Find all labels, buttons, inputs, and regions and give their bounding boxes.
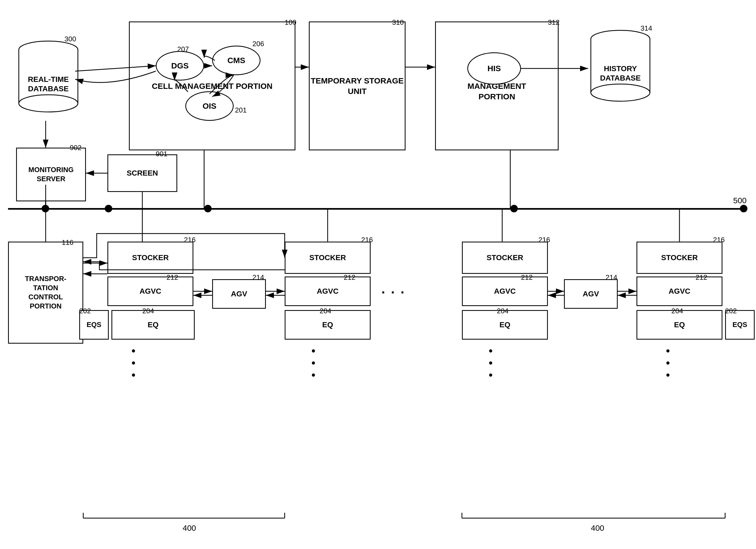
ref-202-1: 202 (79, 307, 91, 315)
ellipsis-mid: · · · (381, 284, 405, 300)
cms-ellipse: CMS (212, 46, 261, 75)
ref-300: 300 (64, 35, 76, 43)
agvc1-box: AGVC (107, 276, 193, 306)
ref-204-4: 204 (671, 307, 683, 315)
svg-point-11 (591, 84, 650, 101)
ref-206: 206 (252, 40, 264, 48)
ref-202-4: 202 (725, 307, 737, 315)
ref-201: 201 (235, 106, 247, 114)
ref-216-4: 216 (713, 236, 725, 244)
svg-text:DATABASE: DATABASE (28, 85, 68, 93)
realtime-db: REAL-TIME DATABASE 300 (16, 40, 81, 122)
ref-902: 902 (70, 144, 81, 152)
ref-500: 500 (733, 196, 747, 205)
ois-ellipse: OIS (185, 91, 234, 121)
dots-cell2: ••• (312, 345, 315, 381)
bus-dot-1 (42, 205, 49, 212)
cell-management-label: CELL MANAGEMENT PORTION (152, 81, 272, 91)
stocker2-box: STOCKER (285, 242, 371, 274)
bus-dot-5 (740, 205, 747, 212)
monitoring-server-label: MONITORINGSERVER (28, 165, 74, 184)
ref-212-1: 212 (167, 273, 178, 281)
agvc2-box: AGVC (285, 276, 371, 306)
stocker1-box: STOCKER (107, 242, 193, 274)
dots-cell4: ••• (666, 345, 670, 381)
diagram: CELL MANAGEMENT PORTION 100 DGS 207 CMS … (0, 0, 756, 549)
svg-text:DATABASE: DATABASE (600, 74, 641, 82)
bus-dot-4 (510, 205, 518, 212)
history-db: HISTORY DATABASE 314 (588, 30, 653, 111)
svg-point-4 (19, 95, 78, 112)
monitoring-server-box: MONITORINGSERVER (16, 148, 86, 201)
ref-216-1: 216 (184, 236, 196, 244)
ref-400-2: 400 (591, 523, 604, 533)
ref-400-1: 400 (183, 523, 196, 533)
network-bus-line (8, 208, 744, 210)
svg-text:HISTORY: HISTORY (604, 64, 637, 73)
svg-text:REAL-TIME: REAL-TIME (28, 75, 69, 84)
ref-212-4: 212 (696, 273, 707, 281)
ref-310: 310 (392, 18, 404, 27)
dots-cell1: ••• (132, 345, 135, 381)
bus-dot-2 (105, 205, 112, 212)
agv2-box: AGV (564, 279, 618, 309)
agvc3-box: AGVC (462, 276, 548, 306)
ref-214-2: 214 (606, 273, 617, 281)
ref-207: 207 (177, 45, 189, 53)
transport-label: TRANSPOR-TATIONCONTROLPORTION (25, 274, 67, 310)
dots-cell3: ••• (489, 345, 493, 381)
ref-204-2: 204 (320, 307, 331, 315)
ref-216-3: 216 (538, 236, 550, 244)
stocker3-box: STOCKER (462, 242, 548, 274)
stocker4-box: STOCKER (636, 242, 722, 274)
agvc4-box: AGVC (636, 276, 722, 306)
temp-storage-label: TEMPORARY STORAGE UNIT (310, 75, 405, 96)
ref-204-3: 204 (497, 307, 508, 315)
bus-dot-3 (204, 205, 212, 212)
his-ellipse: HIS (467, 52, 521, 85)
ref-116: 116 (62, 239, 73, 247)
temp-storage-box: TEMPORARY STORAGE UNIT (309, 21, 406, 150)
agv1-box: AGV (212, 279, 266, 309)
ref-216-2: 216 (361, 236, 373, 244)
ref-312: 312 (548, 18, 559, 27)
cell-management-box: CELL MANAGEMENT PORTION (129, 21, 295, 150)
ref-204-1: 204 (142, 307, 154, 315)
screen-box: SCREEN (107, 154, 177, 192)
ref-314: 314 (641, 24, 652, 33)
ref-100: 100 (285, 18, 296, 27)
history-mgmt-box: HISTORYMANAGEMENTPORTION (435, 21, 559, 150)
ref-212-3: 212 (521, 273, 533, 281)
screen-label: SCREEN (127, 168, 158, 178)
dgs-ellipse: DGS (156, 51, 204, 81)
ref-214-1: 214 (252, 273, 264, 281)
ref-212-2: 212 (344, 273, 355, 281)
ref-901: 901 (156, 150, 167, 158)
transport-control-box: TRANSPOR-TATIONCONTROLPORTION (8, 242, 83, 344)
